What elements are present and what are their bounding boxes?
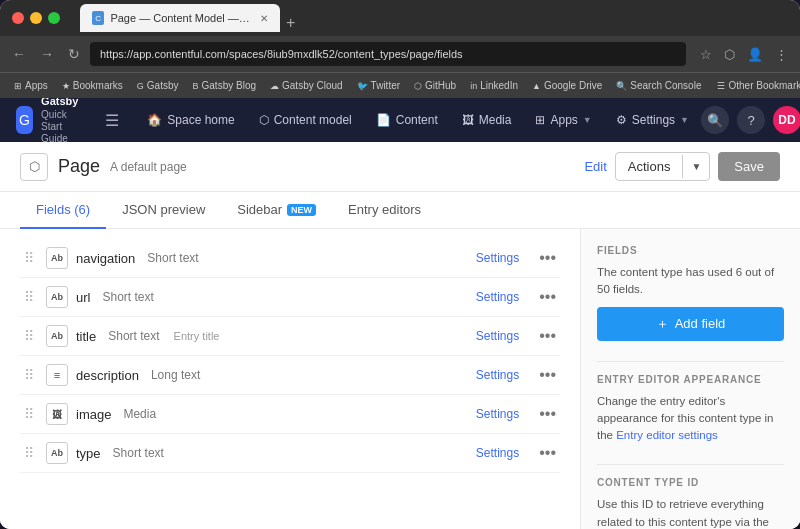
- save-button[interactable]: Save: [718, 152, 780, 181]
- field-type: Long text: [151, 368, 200, 382]
- field-settings-button[interactable]: Settings: [468, 325, 527, 347]
- tab-entry-editors[interactable]: Entry editors: [332, 192, 437, 229]
- bookmark-github[interactable]: ⬡GitHub: [408, 78, 462, 93]
- star-icon[interactable]: ☆: [696, 44, 716, 65]
- app-nav: G Gatsby Quick Start Guide ☰ 🏠 Space hom…: [0, 98, 800, 142]
- drag-handle-icon[interactable]: ⠿: [20, 289, 38, 305]
- field-menu-button[interactable]: •••: [535, 247, 560, 269]
- address-bar[interactable]: [90, 42, 686, 66]
- field-settings-button[interactable]: Settings: [468, 442, 527, 464]
- field-type-icon: 🖼: [46, 403, 68, 425]
- table-row: ⠿ Ab url Short text Settings •••: [20, 278, 560, 317]
- field-menu-button[interactable]: •••: [535, 286, 560, 308]
- entry-editor-settings-link[interactable]: Entry editor settings: [616, 429, 718, 441]
- logo-line1: Gatsby: [41, 98, 89, 109]
- bookmark-other[interactable]: ☰Other Bookmarks: [711, 78, 800, 93]
- forward-button[interactable]: →: [36, 42, 58, 66]
- drag-handle-icon[interactable]: ⠿: [20, 406, 38, 422]
- browser-title-bar: C Page — Content Model — Qui... ✕ +: [0, 0, 800, 36]
- table-row: ⠿ Ab title Short text Entry title Settin…: [20, 317, 560, 356]
- drag-handle-icon[interactable]: ⠿: [20, 250, 38, 266]
- field-menu-button[interactable]: •••: [535, 325, 560, 347]
- content-type-id-title: CONTENT TYPE ID: [597, 477, 784, 488]
- field-name: image: [76, 407, 111, 422]
- tab-sidebar[interactable]: Sidebar NEW: [221, 192, 332, 229]
- drag-handle-icon[interactable]: ⠿: [20, 445, 38, 461]
- bookmark-gatsby[interactable]: GGatsby: [131, 78, 185, 93]
- apps-arrow-icon: ▼: [583, 115, 592, 125]
- field-settings-button[interactable]: Settings: [468, 286, 527, 308]
- settings-arrow-icon: ▼: [680, 115, 689, 125]
- traffic-lights: [12, 12, 60, 24]
- nav-actions: ☆ ⬡ 👤 ⋮: [696, 44, 792, 65]
- content-area: ⬡ Page A default page Edit Actions ▼ Sav…: [0, 142, 800, 529]
- nav-link-apps[interactable]: ⊞ Apps ▼: [523, 98, 603, 142]
- field-settings-button[interactable]: Settings: [468, 364, 527, 386]
- help-button[interactable]: ?: [737, 106, 765, 134]
- back-button[interactable]: ←: [8, 42, 30, 66]
- new-tab-button[interactable]: +: [282, 14, 299, 32]
- field-type-icon: Ab: [46, 247, 68, 269]
- tab-title: Page — Content Model — Qui...: [110, 12, 250, 24]
- bookmark-search-console[interactable]: 🔍Search Console: [610, 78, 707, 93]
- field-extra-label: Entry title: [174, 330, 220, 342]
- tab-fields[interactable]: Fields (6): [20, 192, 106, 229]
- field-settings-button[interactable]: Settings: [468, 403, 527, 425]
- nav-link-content-model[interactable]: ⬡ Content model: [247, 98, 364, 142]
- content-type-icon: ⬡: [20, 153, 48, 181]
- field-menu-button[interactable]: •••: [535, 442, 560, 464]
- reload-button[interactable]: ↻: [64, 42, 84, 66]
- sidebar-new-badge: NEW: [287, 204, 316, 216]
- close-button[interactable]: [12, 12, 24, 24]
- actions-dropdown[interactable]: Actions ▼: [615, 152, 711, 181]
- field-menu-button[interactable]: •••: [535, 403, 560, 425]
- bookmark-twitter[interactable]: 🐦Twitter: [351, 78, 406, 93]
- bookmark-gatsby-blog[interactable]: BGatsby Blog: [187, 78, 263, 93]
- nav-right: 🔍 ? DD ▼: [701, 106, 800, 134]
- bookmark-apps[interactable]: ⊞Apps: [8, 78, 54, 93]
- hamburger-icon[interactable]: ☰: [105, 111, 119, 130]
- tab-close-icon[interactable]: ✕: [260, 13, 268, 24]
- table-row: ⠿ ≡ description Long text Settings •••: [20, 356, 560, 395]
- logo-icon[interactable]: G: [16, 106, 33, 134]
- ct-actions: Edit Actions ▼ Save: [584, 152, 780, 181]
- tab-favicon: C: [92, 11, 104, 25]
- app-logo: G Gatsby Quick Start Guide: [16, 98, 89, 145]
- entry-editor-text: Change the entry editor's appearance for…: [597, 393, 784, 445]
- bookmark-linkedin[interactable]: inLinkedIn: [464, 78, 524, 93]
- nav-link-space-home[interactable]: 🏠 Space home: [135, 98, 246, 142]
- field-type-icon: ≡: [46, 364, 68, 386]
- tab-json-preview[interactable]: JSON preview: [106, 192, 221, 229]
- profile-icon[interactable]: 👤: [743, 44, 767, 65]
- field-menu-button[interactable]: •••: [535, 364, 560, 386]
- drag-handle-icon[interactable]: ⠿: [20, 328, 38, 344]
- actions-arrow-icon: ▼: [682, 155, 709, 178]
- menu-icon[interactable]: ⋮: [771, 44, 792, 65]
- divider: [597, 361, 784, 362]
- field-type: Short text: [113, 446, 164, 460]
- extensions-icon[interactable]: ⬡: [720, 44, 739, 65]
- actions-label: Actions: [616, 153, 683, 180]
- avatar[interactable]: DD: [773, 106, 800, 134]
- maximize-button[interactable]: [48, 12, 60, 24]
- entry-editor-title: ENTRY EDITOR APPEARANCE: [597, 374, 784, 385]
- field-type: Short text: [147, 251, 198, 265]
- add-field-button[interactable]: ＋ Add field: [597, 307, 784, 341]
- field-name: description: [76, 368, 139, 383]
- search-button[interactable]: 🔍: [701, 106, 729, 134]
- active-tab[interactable]: C Page — Content Model — Qui... ✕: [80, 4, 280, 32]
- bookmark-bookmarks[interactable]: ★Bookmarks: [56, 78, 129, 93]
- bookmark-gatsby-cloud[interactable]: ☁Gatsby Cloud: [264, 78, 349, 93]
- nav-link-settings[interactable]: ⚙ Settings ▼: [604, 98, 701, 142]
- bookmark-google-drive[interactable]: ▲Google Drive: [526, 78, 608, 93]
- nav-link-media[interactable]: 🖼 Media: [450, 98, 524, 142]
- drag-handle-icon[interactable]: ⠿: [20, 367, 38, 383]
- content-type-header: ⬡ Page A default page Edit Actions ▼ Sav…: [0, 142, 800, 192]
- edit-button[interactable]: Edit: [584, 159, 606, 174]
- field-settings-button[interactable]: Settings: [468, 247, 527, 269]
- field-type: Media: [123, 407, 156, 421]
- fields-usage-text: The content type has used 6 out of 50 fi…: [597, 264, 784, 299]
- nav-link-content[interactable]: 📄 Content: [364, 98, 450, 142]
- entry-editor-section: ENTRY EDITOR APPEARANCE Change the entry…: [597, 374, 784, 445]
- minimize-button[interactable]: [30, 12, 42, 24]
